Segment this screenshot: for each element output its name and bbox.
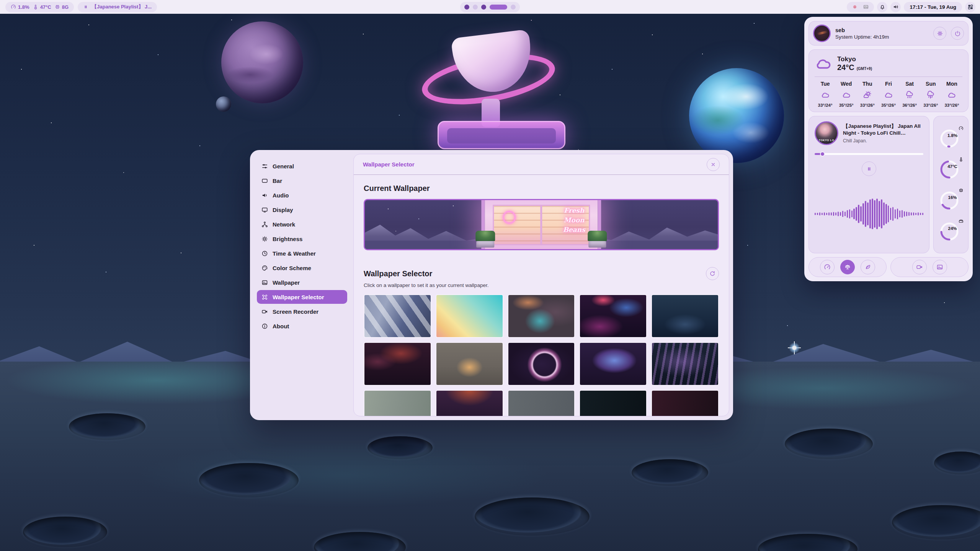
crater bbox=[475, 497, 590, 536]
performance-mode-button[interactable] bbox=[820, 260, 835, 274]
screen-record-button[interactable] bbox=[912, 260, 927, 274]
earth-planet bbox=[689, 68, 784, 163]
system-tray[interactable] bbox=[847, 2, 874, 12]
wallpaper-thumb-crimson-forest[interactable] bbox=[364, 342, 431, 386]
sidebar-item-about[interactable]: About bbox=[257, 319, 347, 333]
sidebar-item-general[interactable]: General bbox=[257, 159, 347, 173]
wallpaper-thumb-lofi-cafe[interactable] bbox=[436, 342, 503, 386]
sidebar-item-label: Display bbox=[273, 207, 293, 213]
memory-value: 8G bbox=[62, 4, 69, 10]
forecast-temps: 36°/26° bbox=[902, 103, 917, 108]
sidebar-item-audio[interactable]: Audio bbox=[257, 188, 347, 202]
pause-button[interactable] bbox=[862, 161, 876, 176]
wallpaper-thumb-grey-minimal[interactable] bbox=[508, 390, 575, 416]
workspace-dot-empty[interactable] bbox=[473, 5, 478, 10]
weather-timezone: (GMT+9) bbox=[857, 67, 872, 71]
track-artist: Chill Japan. bbox=[843, 138, 923, 143]
volume-button[interactable] bbox=[890, 2, 901, 12]
wallpaper-thumb-neon-arcade[interactable] bbox=[579, 294, 647, 338]
notifications-button[interactable] bbox=[877, 2, 887, 12]
balanced-mode-button[interactable] bbox=[840, 260, 855, 274]
memory-gauge-label: 16% bbox=[942, 195, 963, 200]
forecast-day-name: Tue bbox=[821, 81, 830, 87]
memory-stat: 8G bbox=[55, 4, 69, 10]
preview-cafe-building: Fresh Moon Beans bbox=[481, 200, 601, 249]
album-art-label: TOKYO LO bbox=[816, 139, 837, 142]
sidebar-item-label: Wallpaper Selector bbox=[273, 294, 324, 300]
settings-button[interactable] bbox=[933, 27, 946, 40]
sidebar-item-label: Color Scheme bbox=[273, 265, 311, 271]
thermometer-icon bbox=[33, 4, 38, 10]
content-body: Current Wallpaper Fresh Moon Beans Wallp… bbox=[354, 175, 729, 416]
sidebar-item-wallpaper-selector[interactable]: Wallpaper Selector bbox=[257, 290, 347, 304]
palette-icon bbox=[261, 265, 268, 271]
seek-slider[interactable] bbox=[815, 151, 923, 156]
sidebar-item-brightness[interactable]: Brightness bbox=[257, 232, 347, 246]
top-bar: 1.8% 47°C 8G 【Japanese Playlist】 J... bbox=[0, 0, 980, 14]
workspace-dot-occupied[interactable] bbox=[481, 5, 486, 10]
cloud-icon bbox=[821, 90, 830, 99]
refresh-button[interactable] bbox=[706, 267, 719, 280]
wallpaper-thumb-snowy-village[interactable] bbox=[651, 294, 719, 338]
wallpaper-thumb-sage-field[interactable] bbox=[364, 390, 431, 416]
sidebar-item-bar[interactable]: Bar bbox=[257, 174, 347, 187]
cup-pedestal-base bbox=[438, 121, 565, 149]
screenshot-button[interactable] bbox=[933, 260, 947, 274]
seek-slider-thumb[interactable] bbox=[820, 152, 825, 156]
wallpaper-thumb-autumn-dark[interactable] bbox=[436, 390, 503, 416]
temperature-gauge-label: 47°C bbox=[942, 164, 963, 169]
cloud-icon bbox=[842, 90, 851, 99]
sidebar-item-wallpaper[interactable]: Wallpaper bbox=[257, 276, 347, 289]
wallpaper-thumb-dark-teal[interactable] bbox=[579, 390, 647, 416]
wallpaper-thumb-wireframe-waves[interactable] bbox=[651, 342, 719, 386]
workspace-indicator[interactable] bbox=[460, 2, 520, 12]
content-header: Wallpaper Selector bbox=[354, 154, 729, 175]
disk-icon bbox=[959, 219, 964, 224]
workspace-dot-occupied[interactable] bbox=[464, 5, 469, 10]
sidebar-item-screen-recorder[interactable]: Screen Recorder bbox=[257, 305, 347, 318]
wallpaper-selector-subtitle: Click on a wallpaper to set it as your c… bbox=[364, 282, 719, 288]
mode-dock bbox=[808, 257, 887, 277]
preview-planter bbox=[476, 231, 495, 248]
wallpaper-thumb-purple-ring[interactable] bbox=[508, 342, 575, 386]
sidebar-item-display[interactable]: Display bbox=[257, 203, 347, 217]
sidebar-item-network[interactable]: Network bbox=[257, 217, 347, 231]
sidebar-item-label: Time & Weather bbox=[273, 250, 316, 257]
thermometer-icon bbox=[959, 157, 964, 162]
forecast-temps: 35°/26° bbox=[881, 103, 896, 108]
powersave-mode-button[interactable] bbox=[861, 260, 875, 274]
cpu-value: 1.8% bbox=[18, 4, 29, 10]
power-button[interactable] bbox=[951, 27, 964, 40]
wallpaper-thumb-nebula-forest[interactable] bbox=[579, 342, 647, 386]
system-stats-pill[interactable]: 1.8% 47°C 8G bbox=[5, 2, 74, 12]
weather-city: Tokyo bbox=[837, 55, 872, 63]
media-pill[interactable]: 【Japanese Playlist】 J... bbox=[78, 2, 157, 12]
wallpaper-grid bbox=[364, 294, 719, 416]
forecast-day-name: Sun bbox=[926, 81, 936, 87]
disk-gauge: 24% bbox=[939, 220, 963, 243]
tray-app-icon[interactable] bbox=[852, 4, 858, 10]
workspace-dot-empty[interactable] bbox=[511, 5, 516, 10]
pause-icon bbox=[866, 166, 872, 172]
wallpaper-thumb-anime-street[interactable] bbox=[364, 294, 431, 338]
wallpaper-thumb-abstract-blur[interactable] bbox=[508, 294, 575, 338]
small-moon bbox=[216, 96, 231, 112]
wallpaper-thumb-dark-maroon[interactable] bbox=[651, 390, 719, 416]
wallpaper-thumb-sunset-gradient[interactable] bbox=[436, 294, 503, 338]
forecast-day-name: Sat bbox=[905, 81, 914, 87]
clock-icon bbox=[261, 250, 268, 257]
settings-window: General Bar Audio Display Network Bright… bbox=[250, 150, 733, 420]
page-title: Wallpaper Selector bbox=[363, 161, 415, 168]
close-button[interactable] bbox=[707, 158, 720, 171]
disk-gauge-label: 24% bbox=[942, 226, 963, 231]
dashboard-button[interactable] bbox=[965, 2, 975, 12]
sidebar-item-color-scheme[interactable]: Color Scheme bbox=[257, 261, 347, 275]
clock-pill[interactable]: 17:17 - Tue, 19 Aug bbox=[904, 2, 962, 12]
workspace-dot-active[interactable] bbox=[490, 5, 507, 10]
sidebar-item-time-weather[interactable]: Time & Weather bbox=[257, 246, 347, 260]
forecast-day: Sun 33°/26° bbox=[920, 81, 941, 108]
tray-image-icon[interactable] bbox=[863, 4, 869, 10]
chip-icon bbox=[959, 188, 964, 193]
system-gauges-card: 1.8% 47°C 16% 24% bbox=[933, 116, 969, 253]
forecast-day: Thu 33°/26° bbox=[857, 81, 878, 108]
